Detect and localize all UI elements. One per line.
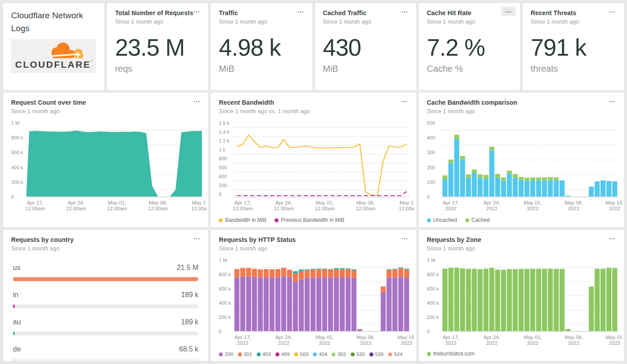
x-axis-label: 12:00am	[25, 206, 45, 211]
bar-segment	[443, 176, 447, 179]
bar-segment	[264, 277, 269, 331]
y-axis-label: 200 k	[11, 180, 23, 185]
legend-item-302[interactable]: 302	[332, 352, 346, 357]
x-axis-label: 2022	[237, 340, 249, 346]
legend-label: Uncached	[433, 217, 457, 223]
cloudflare-logo: CLOUDFLARE’	[11, 39, 96, 73]
cache-bandwidth-chart[interactable]: 5004003002001000Apr 17,2022Apr 24,2022Ma…	[422, 120, 622, 213]
stat-title: Cache Hit Rate	[427, 9, 512, 16]
legend-dot-icon	[369, 352, 373, 356]
bar-segment	[518, 177, 523, 180]
card-menu-ellipsis-icon[interactable]: ...	[398, 96, 412, 105]
stat-card-cache-hit-rate: Cache Hit Rate Since 1 month ago ... 7.2…	[419, 3, 520, 90]
bar-segment	[322, 269, 327, 269]
legend-item-Previous-Bandwidth-in-MiB[interactable]: Previous Bandwidth in MiB	[275, 217, 344, 223]
bar-segment	[404, 278, 409, 331]
stat-title: Cached Traffic	[323, 9, 408, 16]
line-series	[237, 192, 407, 196]
legend-item-301[interactable]: 301	[238, 352, 252, 357]
legend-item-404[interactable]: 404	[313, 352, 327, 357]
bar-segment	[234, 277, 239, 331]
card-menu-ellipsis-icon[interactable]: ...	[605, 96, 619, 105]
stat-subtitle: Since 1 month ago	[427, 18, 512, 25]
x-axis-label: May 1	[192, 200, 206, 205]
legend-dot-icon	[219, 352, 223, 356]
card-menu-ellipsis-icon[interactable]: ...	[398, 7, 412, 16]
legend-label: 301	[244, 352, 252, 357]
stat-value: 23.5 M	[115, 34, 200, 61]
x-axis-label: 2022	[486, 206, 497, 211]
card-menu-ellipsis-icon[interactable]: ...	[190, 233, 204, 242]
legend-item-403[interactable]: 403	[257, 352, 271, 357]
country-label: in	[13, 291, 18, 299]
bar-segment	[466, 269, 471, 332]
bar-segment	[454, 268, 459, 331]
card-menu-ellipsis-icon[interactable]: ...	[605, 7, 619, 16]
stat-value: 791 k	[531, 34, 616, 61]
request-count-chart[interactable]: 1 M800 k600 k400 k200 k0Apr 17,12:00amAp…	[6, 120, 206, 213]
legend-item-Bandwidth-in-MiB[interactable]: Bandwidth in MiB	[219, 217, 266, 223]
http-status-chart[interactable]: 1 M800 k600 k400 k200 k0Apr 17,2022Apr 2…	[213, 258, 414, 348]
card-menu-ellipsis-icon[interactable]: ...	[190, 7, 204, 16]
y-axis-label: 0	[11, 194, 14, 200]
bar-segment	[293, 282, 298, 331]
legend-item-theburritobot.com[interactable]: theburritobot.com	[427, 351, 475, 357]
bar-segment	[398, 277, 403, 332]
bar-segment	[398, 268, 403, 276]
bar-segment	[495, 178, 500, 197]
y-axis-label: 600 k	[11, 150, 23, 155]
bar-segment	[393, 270, 398, 278]
bar-segment	[393, 277, 398, 331]
card-menu-ellipsis-icon[interactable]: ...	[294, 7, 308, 16]
y-axis-label: 400	[219, 174, 227, 179]
stat-card-traffic: Traffic Since 1 month ago ... 4.98 k MiB	[211, 3, 312, 90]
bar-segment	[240, 268, 245, 277]
card-menu-ellipsis-icon[interactable]: ...	[501, 7, 516, 16]
chart-svg: 1 M800 k600 k400 k200 k0Apr 17,2022Apr 2…	[422, 258, 622, 348]
legend-item-499[interactable]: 499	[275, 352, 290, 357]
bar-segment	[448, 160, 453, 163]
stat-unit: MiB	[219, 64, 304, 74]
legend-item-200[interactable]: 200	[219, 352, 233, 357]
card-menu-ellipsis-icon[interactable]: ...	[605, 233, 619, 242]
country-label: au	[13, 318, 21, 326]
legend-dot-icon	[427, 218, 431, 222]
chart-subtitle: Since 1 month ago vs. 1 month ago	[219, 108, 408, 115]
requests-by-zone-chart[interactable]: 1 M800 k600 k400 k200 k0Apr 17,2022Apr 2…	[422, 258, 622, 348]
bar-segment	[311, 270, 316, 277]
legend-item-524[interactable]: 524	[388, 352, 402, 357]
country-bar-fill	[13, 304, 15, 308]
bar-segment	[293, 271, 298, 274]
x-axis-label: 2022	[319, 340, 331, 346]
bar-segment	[466, 178, 471, 197]
bar-segment	[477, 178, 482, 197]
line-series	[237, 135, 407, 195]
bar-segment	[352, 270, 357, 270]
x-axis-label: Apr 17,	[443, 335, 459, 340]
legend-item-Uncached[interactable]: Uncached	[427, 217, 457, 223]
legend-item-530[interactable]: 530	[351, 352, 365, 357]
recent-bandwidth-chart[interactable]: 1.6 k1.4 k1.2 k1 k8006004002000Apr 17,12…	[213, 120, 414, 213]
x-axis-label: May 08,	[565, 335, 583, 340]
bar-segment	[322, 277, 327, 331]
bar-segment	[512, 178, 517, 197]
bar-segment	[612, 268, 617, 331]
bar-segment	[553, 269, 558, 332]
bar-segment	[471, 170, 476, 173]
bar-segment	[589, 187, 594, 197]
bar-segment	[346, 277, 351, 331]
bar-segment	[352, 278, 357, 331]
legend-item-503[interactable]: 503	[294, 352, 308, 357]
x-axis-label: 2022	[568, 340, 579, 346]
bar-segment	[484, 179, 488, 197]
x-axis-label: 12:00am	[315, 206, 335, 211]
legend-item-Cached[interactable]: Cached	[465, 217, 490, 223]
card-menu-ellipsis-icon[interactable]: ...	[398, 233, 412, 242]
bar-segment	[299, 271, 304, 279]
bar-segment	[404, 269, 409, 270]
legend-item-526[interactable]: 526	[369, 352, 384, 357]
bar-segment	[258, 270, 263, 278]
chart-svg: 1 M800 k600 k400 k200 k0Apr 17,12:00amAp…	[6, 120, 206, 213]
legend-label: theburritobot.com	[433, 351, 475, 357]
card-menu-ellipsis-icon[interactable]: ...	[190, 96, 204, 105]
